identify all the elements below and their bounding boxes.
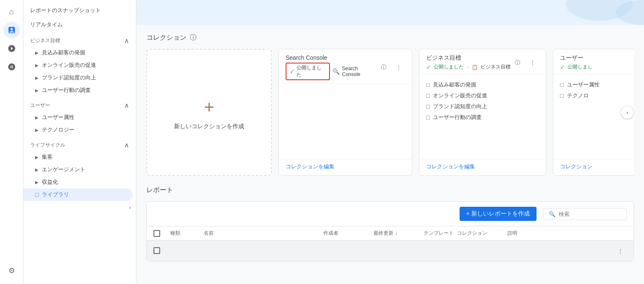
help-icon[interactable]: ⓘ [190, 33, 197, 42]
card-status-business-goals: ✓ 公開しました · 📋 ビジネス目標 [426, 63, 511, 71]
chevron-lifecycle-icon[interactable]: ∧ [124, 141, 129, 149]
sidebar-item-lead[interactable]: ▶ 見込み顧客の発掘 [23, 46, 133, 59]
search-box: 🔍 [543, 208, 627, 220]
card-header-left-bg: ビジネス目標 ✓ 公開しました · 📋 ビジネス目標 [426, 54, 511, 71]
col-creator: 作成者 [323, 230, 373, 237]
chevron-business-icon[interactable]: ∧ [124, 37, 129, 45]
main-content: コレクション ⓘ ＋ 新しいコレクションを作成 Search Console ✓ [136, 0, 644, 284]
sidebar-collapse-button[interactable]: › [23, 201, 136, 214]
card-header-users: ユーザー ✓ 公開しまし [553, 49, 634, 74]
sidebar-section-users: ユーザー ∧ [23, 96, 136, 111]
arrow-icon: ▶ [35, 167, 38, 172]
arrow-icon: ▶ [35, 180, 38, 185]
card-header-left-u: ユーザー ✓ 公開しまし [560, 54, 593, 71]
reports-table: + 新しいレポートを作成 🔍 種類 名前 作成者 最終更新 ↓ [146, 201, 634, 261]
folder-item-icon: □ [426, 114, 429, 121]
sidebar-item-acquisition[interactable]: ▶ 集客 [23, 151, 133, 163]
card-footer-business-goals: コレクションを編集 [419, 159, 546, 175]
folder-item-icon: □ [560, 81, 563, 88]
collections-section-title: コレクション ⓘ [146, 33, 634, 42]
reports-section-title: レポート [146, 186, 634, 195]
sidebar-item-technology[interactable]: ▶ テクノロジー [23, 124, 133, 136]
row-checkbox[interactable] [153, 247, 160, 254]
card-body-search-console [279, 84, 412, 159]
card-body-business-goals: □ 見込み顧客の発掘 □ オンライン販売の促進 □ ブランド認知度の向上 □ ユ… [419, 74, 546, 159]
row-description: ⋮ [507, 244, 627, 257]
arrow-icon: ▶ [35, 128, 38, 132]
more-menu-button[interactable]: ⋮ [392, 61, 405, 74]
nav-explore[interactable] [3, 40, 20, 57]
table-row: ⋮ [147, 241, 634, 261]
sidebar-item-brand[interactable]: ▶ ブランド認知度の向上 [23, 71, 133, 84]
arrow-icon: ▶ [35, 88, 38, 93]
col-collection: コレクション [457, 230, 507, 237]
search-icon: 🔍 [549, 211, 555, 217]
search-console-icon: 🔍 [332, 68, 340, 75]
sidebar-section-business: ビジネス目標 ∧ [23, 32, 136, 46]
folder-item-icon: □ [426, 92, 429, 99]
col-template: テンプレート [424, 230, 457, 237]
sidebar-item-realtime[interactable]: リアルタイム [23, 18, 133, 32]
nav-advertising[interactable] [3, 58, 20, 75]
arrow-icon: ▶ [35, 115, 38, 120]
card-item-u-1: □ テクノロ [560, 90, 634, 101]
folder-icon-bg: 📋 [472, 64, 478, 70]
folder-icon: □ [35, 191, 38, 198]
info-button[interactable]: ⓘ [377, 61, 390, 74]
new-report-button[interactable]: + 新しいレポートを作成 [460, 207, 537, 221]
status-check-icon-u: ✓ [560, 64, 565, 71]
card-status-users: ✓ 公開しまし [560, 63, 593, 71]
arrow-icon: ▶ [35, 63, 38, 68]
sidebar-item-snapshot[interactable]: レポートのスナップショット [23, 3, 133, 18]
sidebar-item-monetization[interactable]: ▶ 収益化 [23, 176, 133, 188]
new-collection-card[interactable]: ＋ 新しいコレクションを作成 [146, 49, 272, 176]
sidebar-item-engagement[interactable]: ▶ エンゲージメント [23, 163, 133, 176]
reports-toolbar: + 新しいレポートを作成 🔍 [147, 202, 634, 226]
sidebar-item-library[interactable]: □ ライブラリ [23, 188, 133, 201]
card-item-u-0: □ ユーザー属性 [560, 79, 634, 90]
row-more-button[interactable]: ⋮ [613, 244, 627, 257]
edit-collection-link[interactable]: コレクションを編集 [286, 163, 335, 170]
collection-card-search-console: Search Console ✓ 公開しました 🔍 Search Console [279, 49, 412, 176]
chevron-users-icon[interactable]: ∧ [124, 101, 129, 109]
more-menu-button-bg[interactable]: ⋮ [526, 56, 539, 69]
card-title-search-console: Search Console [286, 54, 377, 61]
search-input[interactable] [559, 211, 621, 217]
info-button-bg[interactable]: ⓘ [511, 56, 524, 69]
select-all-checkbox[interactable] [153, 230, 160, 237]
new-collection-label: 新しいコレクションを作成 [174, 123, 244, 130]
col-description: 説明 [507, 230, 627, 237]
card-header-right: ⓘ ⋮ [377, 61, 405, 74]
sidebar-item-online-sales[interactable]: ▶ オンライン販売の促進 [23, 59, 133, 71]
plus-icon: ＋ [201, 95, 217, 118]
edit-collection-link-bg[interactable]: コレクションを編集 [426, 163, 475, 170]
collections-scroll-right[interactable]: › [621, 106, 634, 119]
check-icon: ✓ [290, 68, 295, 75]
arrow-icon: ▶ [35, 155, 38, 160]
card-title-users: ユーザー [560, 54, 593, 62]
card-footer-search-console: コレクションを編集 [279, 159, 412, 175]
folder-item-icon: □ [560, 92, 563, 99]
edit-collection-link-u[interactable]: コレクション [560, 163, 593, 170]
sidebar-item-demographics[interactable]: ▶ ユーザー属性 [23, 111, 133, 124]
folder-item-icon: □ [426, 81, 429, 88]
published-badge: ✓ 公開しました [286, 63, 330, 80]
svg-rect-0 [139, 0, 641, 25]
status-text-bg: 公開しました [434, 63, 464, 71]
icon-rail: ⌂ ⚙ [0, 0, 23, 284]
col-name: 名前 [204, 230, 323, 237]
status-text-u: 公開しまし [567, 63, 593, 71]
nav-settings[interactable]: ⚙ [3, 262, 20, 279]
reports-section: レポート + 新しいレポートを作成 🔍 種類 名前 作成者 [146, 186, 634, 261]
card-header-left: Search Console ✓ 公開しました 🔍 Search Console [286, 54, 377, 80]
card-title-business-goals: ビジネス目標 [426, 54, 511, 62]
card-item-3: □ ユーザー行動の調査 [426, 112, 539, 123]
sidebar-section-lifecycle: ライフサイクル ∧ [23, 136, 136, 151]
sidebar: レポートのスナップショット リアルタイム ビジネス目標 ∧ ▶ 見込み顧客の発掘… [23, 0, 136, 284]
card-item-0: □ 見込み顧客の発掘 [426, 79, 539, 90]
nav-home[interactable]: ⌂ [3, 3, 20, 20]
card-header-search-console: Search Console ✓ 公開しました 🔍 Search Console [279, 49, 412, 84]
sidebar-item-user-behavior[interactable]: ▶ ユーザー行動の調査 [23, 84, 133, 96]
nav-reports[interactable] [3, 22, 20, 38]
card-footer-users: コレクション [553, 159, 634, 175]
